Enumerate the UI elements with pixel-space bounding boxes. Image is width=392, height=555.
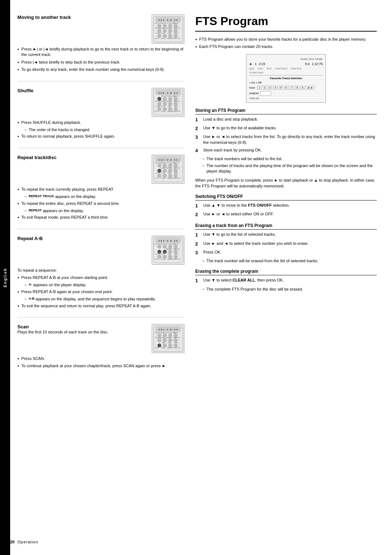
svg-text:SAMPLER: SAMPLER (173, 27, 180, 29)
repeatab-intro: To repeat a sequence: (17, 268, 184, 273)
svg-text:SONG: SONG (174, 342, 178, 344)
svg-text:CAMERA: CAMERA (167, 177, 173, 179)
svg-text:ANGLE: ANGLE (161, 162, 166, 164)
track-num-1[interactable]: 1 (257, 86, 261, 90)
svg-text:SAMPLER: SAMPLER (173, 100, 180, 102)
panel-play-label: play (249, 67, 254, 70)
track-num-3[interactable]: 3 (268, 86, 272, 90)
svg-text:REPEAT: REPEAT (155, 167, 161, 169)
svg-text:OSD: OSD (162, 105, 165, 107)
svg-text:SHUFFLE: SHUFFLE (155, 95, 162, 97)
svg-text:■: ■ (170, 159, 172, 161)
section-repeatab-title: Repeat A-B (17, 236, 43, 241)
svg-text:■: ■ (170, 92, 172, 94)
track-num-10[interactable]: 10 ► (306, 86, 315, 90)
panel-totaltime-label: total time (291, 67, 301, 70)
panel-program-label: program (249, 92, 259, 94)
svg-text:►►: ►► (174, 240, 178, 242)
track-num-6[interactable]: 6 (284, 86, 289, 90)
erasing-track-title: Erasing a track from an FTS Program (195, 223, 377, 230)
svg-text:SAMPLER: SAMPLER (173, 337, 180, 339)
panel-divider (249, 75, 323, 76)
svg-text:ZOOM: ZOOM (161, 347, 165, 349)
section-moving-track: Moving to another track ◄◄ ● ► ■ ►► (17, 15, 184, 81)
svg-text:◄◄: ◄◄ (158, 328, 162, 331)
shuffle-bullets: Press SHUFFLE during playback. (17, 120, 184, 125)
list-item: To return to normal playback, press SHUF… (17, 134, 184, 139)
left-column: Moving to another track ◄◄ ● ► ■ ►► (17, 15, 184, 540)
panel-total-label: totalTracks (275, 67, 287, 70)
svg-text:■: ■ (170, 19, 172, 21)
track-num-7[interactable]: 7 (290, 86, 294, 90)
svg-text:DIMMER: DIMMER (166, 27, 172, 29)
section-repeatab-header: Repeat A-B ◄◄ ● ► ■ ►► (17, 236, 184, 265)
svg-text:ZOOM: ZOOM (161, 258, 165, 260)
panel-remain-track: remain track (249, 71, 323, 74)
svg-text:ZOOM: ZOOM (161, 110, 165, 112)
shuffle-arrow-1: The order of the tracks is changed. (23, 127, 184, 133)
remote-image-scan: ◄◄ ● ► ■ ►► (152, 324, 184, 353)
panel-program-row: program (249, 91, 323, 96)
svg-text:GOTO: GOTO (155, 110, 159, 112)
list-item: Press ►| or |◄ briefly during playback t… (17, 46, 184, 58)
svg-text:DIMMER: DIMMER (166, 337, 172, 339)
svg-text:SCROLL: SCROLL (156, 342, 162, 344)
panel-on-off: • On • Off (249, 81, 323, 84)
track-num-4[interactable]: 4 (273, 86, 278, 90)
svg-text:AUDIO: AUDIO (174, 332, 179, 333)
switching-title: Switching FTS ON/OFF (195, 194, 377, 200)
svg-text:◄◄: ◄◄ (158, 240, 162, 242)
section-shuffle: Shuffle ◄◄ ● ► ■ ►► (17, 88, 184, 148)
track-num-5[interactable]: 5 (279, 86, 283, 90)
svg-text:TIME: TIME (167, 172, 171, 174)
svg-text:A-WAIT: A-WAIT (160, 27, 166, 29)
svg-text:SUBTITLE: SUBTITLE (173, 347, 180, 349)
svg-text:AUDIO: AUDIO (174, 95, 179, 97)
list-item: To go directly to any track, enter the t… (17, 67, 184, 72)
panel-clear-all[interactable]: Clear all (249, 97, 323, 100)
svg-text:●: ● (163, 240, 164, 242)
track-num-2[interactable]: 2 (262, 86, 267, 90)
track-num-8[interactable]: 8 (295, 86, 299, 90)
svg-text:REPEAT: REPEAT (155, 337, 161, 339)
section-moving-header: Moving to another track ◄◄ ● ► ■ ►► (17, 15, 184, 44)
svg-text:A-WAIT: A-WAIT (160, 167, 166, 169)
section-repeat-ab: Repeat A-B ◄◄ ● ► ■ ►► (17, 236, 184, 317)
switching-bold: FTS ON/OFF (248, 203, 271, 207)
panel-mode: Audio Disc Mode (249, 57, 323, 61)
storing-steps: Load a disc and stop playback. Use ▼ to … (195, 117, 377, 154)
panel-track-label: track (258, 67, 263, 70)
list-item: Use ► or ◄ to select either ON or OFF. (195, 211, 377, 218)
panel-play-icon: ► (249, 62, 253, 66)
svg-text:AUDIO: AUDIO (174, 162, 179, 164)
list-item: To repeat the entire disc, press REPEAT … (17, 201, 184, 206)
svg-text:TIME: TIME (167, 342, 171, 344)
erasing-track-steps: Use ▼ to go to the list of selected trac… (195, 232, 377, 256)
svg-text:►: ► (167, 240, 169, 242)
svg-text:►►: ►► (174, 328, 178, 331)
svg-text:SONG: SONG (174, 32, 178, 34)
section-scan-title: Scan (17, 324, 109, 329)
erasing-track-arrow: The track number will be erased from the… (201, 258, 377, 264)
track-num-9[interactable]: 9 (300, 86, 305, 90)
repeat-track-bullets-2: To repeat the entire disc, press REPEAT … (17, 201, 184, 206)
svg-text:REPEAT: REPEAT (155, 27, 161, 29)
list-item: Store each track by pressing OK. (195, 147, 377, 154)
svg-text:SAMPLER: SAMPLER (173, 248, 180, 250)
list-item: Use ▲ ▼ to move to the FTS ON/OFF select… (195, 203, 377, 209)
list-item: Press REPEAT A-B at your chosen starting… (17, 275, 184, 280)
svg-text:TIME: TIME (167, 105, 171, 107)
svg-text:ZOOM: ZOOM (161, 37, 165, 39)
svg-text:ZOOM: ZOOM (161, 177, 165, 179)
section-scan: Scan Plays the first 10 seconds of each … (17, 324, 184, 377)
list-item: Press REPEAT A-B again at your chosen en… (17, 289, 184, 295)
remote-image-shuffle: ◄◄ ● ► ■ ►► (152, 88, 184, 117)
list-item: Use ► or ◄ to select tracks from the lis… (195, 134, 377, 145)
svg-text:◄◄: ◄◄ (158, 19, 162, 21)
panel-total-tracks: 5:4 (305, 62, 310, 66)
section-shuffle-title: Shuffle (17, 88, 33, 93)
svg-text:GOTO: GOTO (155, 347, 159, 349)
svg-text:►: ► (167, 159, 169, 161)
remote-image-moving: ◄◄ ● ► ■ ►► (152, 15, 184, 44)
fts-program-title: FTS Program (195, 15, 377, 32)
